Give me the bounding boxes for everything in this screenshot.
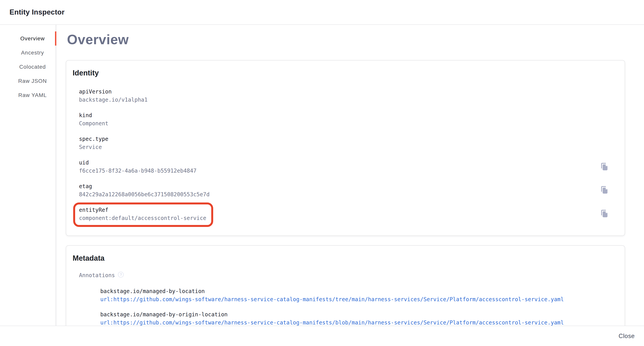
copy-entityref-button[interactable] [600,209,609,218]
field-label: entityRef [79,206,206,214]
field-uid: uid f6cce175-8f32-4a6a-b948-b55912eb4847 [79,159,625,175]
sidebar-item-overview[interactable]: Overview [0,31,56,46]
copy-etag-button[interactable] [600,186,609,194]
copy-icon [600,186,609,194]
sidebar-item-label: Ancestry [21,50,44,56]
copy-icon [600,209,609,218]
annotation-key: backstage.io/managed-by-location [100,287,625,295]
field-value: Component [79,119,625,128]
annotation-key: backstage.io/managed-by-origin-location [100,310,625,319]
dialog-header: Entity Inspector [0,0,644,25]
entity-inspector-dialog: Entity Inspector Overview Ancestry Coloc… [0,0,644,346]
annotation-entry: backstage.io/managed-by-origin-location … [100,310,625,326]
highlight-annotation-box: entityRef component:default/accesscontro… [73,203,213,227]
field-label: etag [79,182,625,191]
identity-card-title: Identity [72,68,625,78]
sidebar-item-ancestry[interactable]: Ancestry [0,46,56,60]
sidebar-item-raw-json[interactable]: Raw JSON [0,74,56,88]
page-title: Overview [67,32,644,47]
copy-icon [600,162,609,171]
sidebar-item-label: Overview [20,36,45,42]
annotations-label: Annotations [79,271,115,279]
annotations-list: backstage.io/managed-by-location url:htt… [100,287,625,326]
metadata-card: Metadata Annotations ? backstage.io/mana… [66,245,625,326]
field-etag: etag 842c29a2a12268a0056be6c371508200553… [79,182,625,199]
question-circle-icon[interactable]: ? [118,272,124,278]
field-label: uid [79,159,625,167]
metadata-card-title: Metadata [72,253,625,263]
field-label: kind [79,111,625,119]
identity-card: Identity apiVersion backstage.io/v1alpha… [66,60,625,236]
annotation-link[interactable]: url:https://github.com/wings-software/ha… [100,295,625,303]
annotation-entry: backstage.io/managed-by-location url:htt… [100,287,625,303]
field-value: Service [79,143,625,151]
annotation-link[interactable]: url:https://github.com/wings-software/ha… [100,319,625,326]
field-value: 842c29a2a12268a0056be6c371508200553c5e7d [79,191,625,199]
dialog-footer: Close [0,326,644,346]
sidebar-item-colocated[interactable]: Colocated [0,60,56,74]
identity-fields: apiVersion backstage.io/v1alpha1 kind Co… [79,88,625,227]
field-kind: kind Component [79,111,625,128]
tab-panel-overview: Overview Identity apiVersion backstage.i… [56,25,644,326]
copy-uid-button[interactable] [600,162,609,171]
field-label: apiVersion [79,88,625,96]
field-value: component:default/accesscontrol-service [79,214,206,222]
sidebar-item-label: Raw JSON [18,78,47,84]
sidebar-item-label: Colocated [19,64,46,70]
sidebar-item-label: Raw YAML [18,92,47,98]
annotations-group: Annotations ? [79,271,625,279]
field-spec-type: spec.type Service [79,135,625,151]
field-value: f6cce175-8f32-4a6a-b948-b55912eb4847 [79,167,625,175]
field-apiversion: apiVersion backstage.io/v1alpha1 [79,88,625,104]
dialog-title: Entity Inspector [10,8,64,16]
sidebar-tabs: Overview Ancestry Colocated Raw JSON Raw… [0,25,56,102]
field-value: backstage.io/v1alpha1 [79,96,625,104]
sidebar-item-raw-yaml[interactable]: Raw YAML [0,88,56,102]
active-tab-indicator [55,31,56,46]
field-entityref: entityRef component:default/accesscontro… [79,206,625,227]
field-label: spec.type [79,135,625,143]
close-button[interactable]: Close [615,330,638,342]
